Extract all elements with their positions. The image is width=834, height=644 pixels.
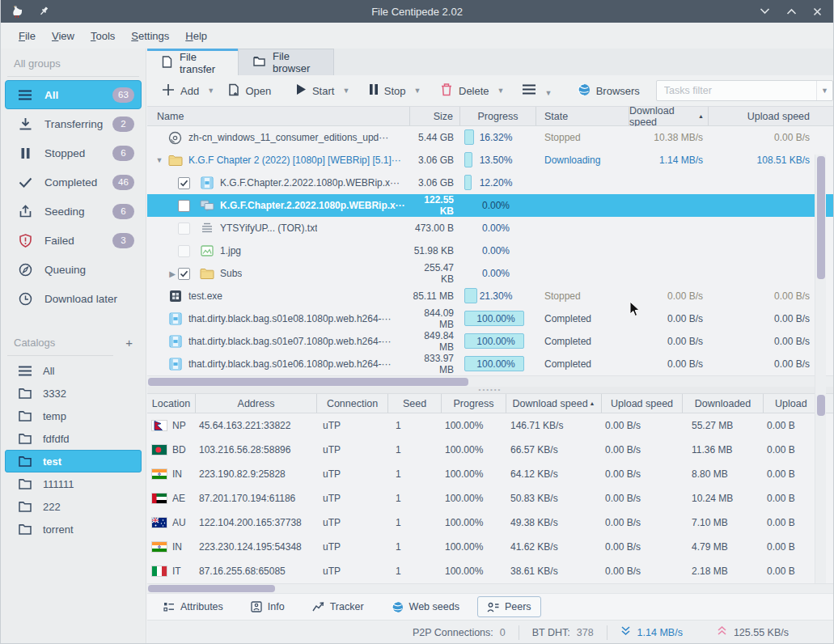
add-button[interactable]: Add▼ (159, 79, 218, 103)
open-button[interactable]: Open (225, 79, 274, 103)
tasks-filter-input[interactable] (657, 85, 816, 96)
file-checkbox[interactable] (178, 245, 190, 257)
add-catalog-button[interactable]: + (125, 339, 133, 347)
peer-row[interactable]: IT87.16.255.68:65085uTP1100.00%38.61 KB/… (147, 559, 833, 583)
column-header-downloaded[interactable]: Downloaded (683, 394, 764, 413)
column-header-peer-download-speed[interactable]: Download speed▲ (506, 394, 602, 413)
column-header-progress[interactable]: Progress (460, 107, 536, 125)
menu-item-file[interactable]: File (11, 27, 44, 45)
file-checkbox[interactable] (178, 268, 190, 280)
stop-dropdown-caret[interactable]: ▼ (414, 87, 421, 95)
column-header-size[interactable]: Size (410, 107, 460, 125)
sidebar-item-seeding[interactable]: Seeding6 (5, 197, 142, 226)
scrollbar-thumb[interactable] (817, 395, 825, 416)
transfer-horizontal-scrollbar[interactable] (147, 375, 833, 387)
transfer-row[interactable]: that.dirty.black.bag.s01e06.1080p.web.h2… (147, 353, 833, 375)
column-header-upload-speed[interactable]: Upload speed (709, 107, 816, 125)
catalog-item-111111[interactable]: 111111 (5, 472, 142, 495)
column-header-name[interactable]: Name (147, 107, 410, 125)
peer-row[interactable]: AU122.104.200.165:37738uTP1100.00%49.38 … (147, 511, 833, 535)
seed-cell: 1 (388, 444, 442, 455)
transfer-row[interactable]: test.exe85.11 MB21.30%Stopped0.00 B/s0.0… (147, 285, 833, 307)
detail-tab-attributes[interactable]: Attributes (154, 596, 233, 617)
minimize-button[interactable] (760, 8, 770, 15)
peers-horizontal-scrollbar[interactable] (147, 583, 833, 593)
column-header-state[interactable]: State (536, 107, 629, 125)
transfer-row[interactable]: ▼K.G.F Chapter 2 (2022) [1080p] [WEBRip]… (147, 149, 833, 172)
sidebar-item-completed[interactable]: Completed46 (5, 167, 142, 197)
sidebar-item-transferring[interactable]: Transferring2 (5, 109, 142, 138)
peer-row[interactable]: BD103.216.56.28:58896uTP1100.00%66.57 KB… (147, 438, 833, 462)
menu-item-view[interactable]: View (44, 27, 83, 45)
tab-file-transfer[interactable]: File transfer (147, 49, 238, 75)
detail-tab-web-seeds[interactable]: Web seeds (382, 596, 469, 618)
menu-item-tools[interactable]: Tools (83, 27, 123, 45)
more-dropdown-caret[interactable]: ▼ (544, 89, 552, 97)
catalog-item-test[interactable]: test (5, 450, 142, 472)
stop-button[interactable]: Stop▼ (366, 79, 425, 102)
upload-speed-cell: 0.00 B/s (709, 336, 816, 347)
toolbar: Add▼ Open Start▼ Stop▼ Delete▼ ▼ (147, 75, 833, 106)
file-checkbox[interactable] (178, 177, 190, 189)
globe-icon (578, 83, 591, 99)
browsers-button[interactable]: Browsers (574, 79, 643, 103)
scrollbar-thumb[interactable] (148, 585, 275, 592)
detail-tab-peers[interactable]: Peers (477, 596, 541, 617)
transfer-row[interactable]: zh-cn_windows_11_consumer_editions_upd··… (147, 126, 833, 149)
expand-icon[interactable]: ▶ (167, 269, 178, 278)
column-header-location[interactable]: Location (147, 394, 196, 413)
transfer-row[interactable]: 1.jpg51.98 KB0.00% (147, 239, 833, 262)
tab-file-browser[interactable]: File browser (238, 49, 334, 75)
start-dropdown-caret[interactable]: ▼ (342, 87, 349, 95)
detail-tab-tracker[interactable]: Tracker (303, 596, 374, 617)
column-header-address[interactable]: Address (196, 394, 317, 413)
maximize-button[interactable] (786, 8, 797, 15)
catalog-item-torrent[interactable]: torrent (5, 518, 142, 540)
collapse-icon[interactable]: ▼ (154, 156, 165, 164)
peer-progress-cell: 100.00% (442, 468, 506, 480)
delete-dropdown-caret[interactable]: ▼ (497, 87, 505, 95)
sidebar-item-failed[interactable]: Failed3 (5, 226, 142, 255)
catalog-item-222[interactable]: 222 (5, 495, 142, 518)
column-header-peer-progress[interactable]: Progress (442, 394, 506, 413)
file-checkbox[interactable] (178, 200, 190, 212)
close-button[interactable] (813, 7, 822, 16)
peer-row[interactable]: IN223.190.82.9:25828uTP1100.00%64.12 KB/… (147, 462, 833, 486)
transfer-row[interactable]: YTSYifyUP... (TOR).txt473.00 B0.00% (147, 217, 833, 239)
transfer-row[interactable]: K.G.F.Chapter.2.2022.1080p.WEBRip.x···12… (147, 194, 833, 217)
catalog-item-temp[interactable]: temp (5, 405, 142, 427)
catalog-item-fdfdfd[interactable]: fdfdfd (5, 427, 142, 450)
pin-icon[interactable] (38, 6, 49, 17)
catalog-item-all[interactable]: All (5, 359, 142, 382)
catalog-item-3332[interactable]: 3332 (5, 382, 142, 405)
transfer-vertical-scrollbar[interactable] (815, 155, 826, 424)
detail-tab-info[interactable]: Info (241, 596, 294, 617)
column-header-download-speed[interactable]: Download speed▲ (629, 107, 709, 125)
scrollbar-thumb[interactable] (148, 378, 468, 386)
sidebar-item-stopped[interactable]: Stopped6 (5, 138, 142, 167)
sidebar-item-all[interactable]: All63 (5, 80, 142, 109)
panel-splitter[interactable]: •••••• (147, 387, 833, 393)
peers-vertical-scrollbar[interactable] (815, 393, 826, 583)
transfer-row[interactable]: ▶Subs255.47 KB0.00% (147, 262, 833, 285)
menu-item-help[interactable]: Help (177, 27, 215, 45)
delete-button[interactable]: Delete▼ (437, 78, 508, 103)
start-button[interactable]: Start▼ (292, 79, 353, 102)
column-header-connection[interactable]: Connection (317, 394, 388, 413)
file-checkbox[interactable] (178, 222, 190, 235)
scrollbar-thumb[interactable] (817, 156, 825, 279)
peer-row[interactable]: IN223.230.124.195:54348uTP1100.00%41.62 … (147, 535, 833, 559)
sidebar-item-queuing[interactable]: Queuing (5, 255, 142, 284)
tasks-filter-dropdown-caret[interactable]: ▼ (816, 81, 832, 100)
menu-item-settings[interactable]: Settings (123, 27, 177, 45)
more-menu-button[interactable]: ▼ (519, 80, 555, 101)
transfer-row[interactable]: K.G.F.Chapter.2.2022.1080p.WEBRip.x···3.… (147, 172, 833, 194)
add-dropdown-caret[interactable]: ▼ (207, 87, 214, 95)
peer-row[interactable]: NP45.64.163.221:33822uTP1100.00%146.71 K… (147, 413, 833, 438)
transfer-row[interactable]: that.dirty.black.bag.s01e08.1080p.web.h2… (147, 307, 833, 330)
column-header-peer-upload-speed[interactable]: Upload speed (602, 394, 683, 413)
transfer-row[interactable]: that.dirty.black.bag.s01e07.1080p.web.h2… (147, 330, 833, 353)
sidebar-item-download-later[interactable]: Download later (5, 284, 142, 313)
column-header-seed[interactable]: Seed (388, 394, 442, 413)
peer-row[interactable]: AE87.201.170.194:61186uTP1100.00%50.83 K… (147, 486, 833, 511)
